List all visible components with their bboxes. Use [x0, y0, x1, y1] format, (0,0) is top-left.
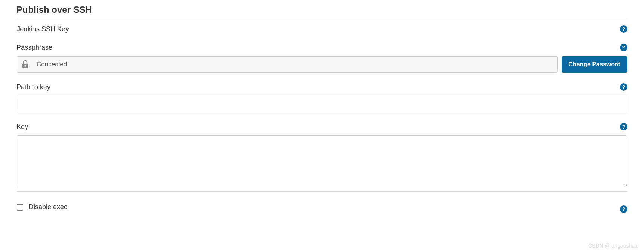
help-icon[interactable]: ?	[620, 123, 627, 130]
passphrase-concealed-box: Concealed	[17, 56, 558, 73]
help-icon[interactable]: ?	[620, 205, 627, 213]
passphrase-label: Passphrase	[17, 44, 52, 52]
section-title: Publish over SSH	[17, 5, 627, 18]
lock-icon	[21, 60, 29, 69]
disable-exec-label: Disable exec	[29, 203, 67, 211]
disable-exec-checkbox[interactable]	[17, 204, 23, 211]
path-to-key-label: Path to key	[17, 83, 50, 91]
path-to-key-input[interactable]	[17, 96, 627, 112]
help-icon[interactable]: ?	[620, 44, 627, 51]
key-label: Key	[17, 123, 28, 131]
svg-rect-2	[25, 66, 26, 67]
divider	[17, 191, 627, 192]
help-icon[interactable]: ?	[620, 83, 627, 91]
concealed-text: Concealed	[37, 61, 67, 68]
key-textarea[interactable]	[17, 135, 627, 187]
help-icon[interactable]: ?	[620, 25, 627, 33]
ssh-key-label: Jenkins SSH Key	[17, 25, 69, 33]
change-password-button[interactable]: Change Password	[562, 56, 627, 73]
